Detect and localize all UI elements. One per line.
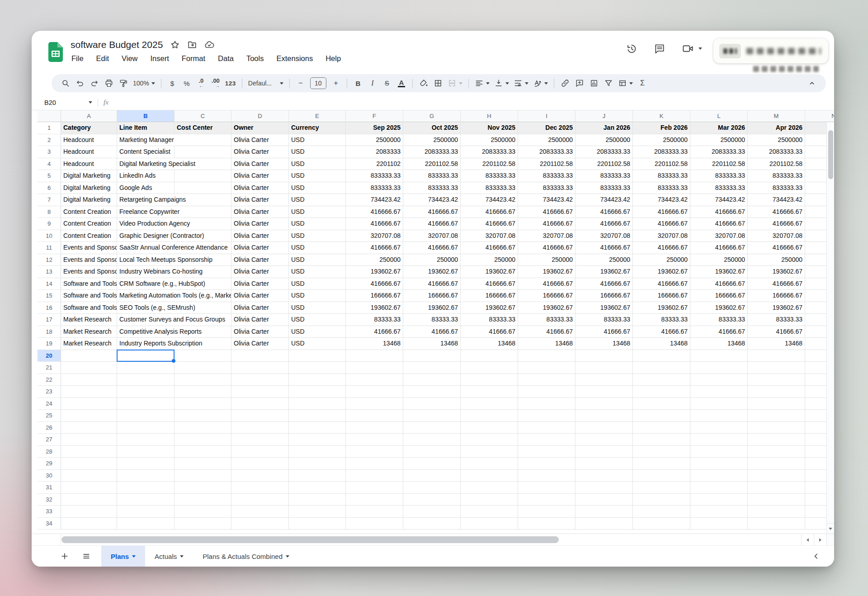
cell-category[interactable]: Events and Sponsorships	[61, 242, 117, 254]
cell-empty[interactable]	[231, 350, 289, 362]
cell-empty[interactable]	[748, 350, 805, 362]
cell-category[interactable]: Content Creation	[61, 230, 117, 242]
row-header-25[interactable]: 25	[38, 410, 61, 422]
cell-amount[interactable]: 416666.67	[518, 242, 576, 254]
cell-empty[interactable]	[289, 518, 346, 530]
cell-empty[interactable]	[633, 386, 690, 398]
cell-empty[interactable]	[175, 350, 231, 362]
column-header-E[interactable]: E	[289, 110, 346, 122]
cell-amount[interactable]: 734423.42	[518, 194, 576, 206]
cell-amount[interactable]: 83333.33	[403, 314, 461, 326]
cell-amount[interactable]: 2201102.58	[403, 158, 461, 170]
cell-currency[interactable]: USD	[289, 278, 346, 290]
cell-amount[interactable]: 833333.33	[346, 182, 403, 194]
sheet-tab-plans[interactable]: Plans	[101, 546, 145, 567]
font-size-input[interactable]: 10	[310, 77, 326, 89]
cell-empty[interactable]	[461, 518, 518, 530]
cell-empty[interactable]	[289, 374, 346, 386]
cell-empty[interactable]	[633, 506, 690, 518]
font-family-select[interactable]: Defaul...	[246, 76, 285, 90]
cell-amount[interactable]: 250000	[748, 254, 805, 266]
cell-empty[interactable]	[748, 446, 805, 458]
cell-empty[interactable]	[61, 506, 117, 518]
cell-empty[interactable]	[117, 482, 175, 494]
cell-empty[interactable]	[633, 458, 690, 470]
cell-empty[interactable]	[231, 506, 289, 518]
cell-empty[interactable]	[518, 350, 576, 362]
cell-empty[interactable]	[175, 398, 231, 410]
collapse-tabbar-icon[interactable]	[811, 546, 834, 567]
row-header-10[interactable]: 10	[38, 230, 61, 242]
cell-amount[interactable]: 2500000	[633, 134, 690, 147]
cell-amount[interactable]: 416666.67	[346, 218, 403, 230]
cell-E1-currency[interactable]: Currency	[289, 122, 346, 134]
sheets-logo-icon[interactable]	[48, 42, 63, 62]
table-views-icon[interactable]	[616, 76, 635, 90]
create-filter-icon[interactable]	[602, 76, 615, 90]
cell-empty[interactable]	[576, 422, 633, 434]
cell-empty[interactable]	[61, 518, 117, 530]
cell-empty[interactable]	[403, 518, 461, 530]
functions-icon[interactable]: Σ	[636, 76, 649, 90]
cell-amount[interactable]: 250000	[518, 254, 576, 266]
row-header-20[interactable]: 20	[38, 350, 61, 362]
cell-amount[interactable]: 193602.67	[576, 266, 633, 278]
cell-amount[interactable]: 416666.67	[748, 218, 805, 230]
cell-empty[interactable]	[748, 398, 805, 410]
cell-empty[interactable]	[690, 362, 748, 374]
cell-empty[interactable]	[117, 362, 175, 374]
cell-empty[interactable]	[231, 422, 289, 434]
cell-empty[interactable]	[175, 506, 231, 518]
document-title[interactable]: software Budget 2025	[71, 39, 163, 50]
vertical-align-icon[interactable]	[492, 76, 511, 90]
cell-month-header[interactable]: Nov 2025	[461, 122, 518, 134]
cell-empty[interactable]	[461, 470, 518, 482]
cell-currency[interactable]: USD	[289, 230, 346, 242]
cell-empty[interactable]	[346, 410, 403, 422]
scroll-down-button[interactable]	[827, 523, 834, 534]
merge-cells-icon[interactable]	[446, 76, 464, 90]
cell-amount[interactable]: 416666.67	[576, 206, 633, 218]
cell-amount[interactable]: 416666.67	[461, 218, 518, 230]
column-header-A[interactable]: A	[61, 110, 117, 122]
text-wrap-icon[interactable]	[512, 76, 530, 90]
cell-amount[interactable]: 416666.67	[748, 206, 805, 218]
cell-amount[interactable]: 416666.67	[461, 242, 518, 254]
cell-empty[interactable]	[175, 410, 231, 422]
cell-empty[interactable]	[346, 350, 403, 362]
cell-empty[interactable]	[403, 398, 461, 410]
column-header-G[interactable]: G	[403, 110, 461, 122]
cell-empty[interactable]	[518, 482, 576, 494]
row-header-29[interactable]: 29	[38, 458, 61, 470]
cell-empty[interactable]	[346, 518, 403, 530]
cell-empty[interactable]	[576, 350, 633, 362]
cell-owner[interactable]: Olivia Carter	[231, 254, 289, 266]
cell-owner[interactable]: Olivia Carter	[231, 326, 289, 338]
cell-amount[interactable]: 416666.67	[576, 278, 633, 290]
cell-empty[interactable]	[518, 362, 576, 374]
cell-amount[interactable]: 416666.67	[518, 278, 576, 290]
cell-empty[interactable]	[690, 470, 748, 482]
cell-empty[interactable]	[518, 422, 576, 434]
cell-amount[interactable]: 833333.33	[576, 182, 633, 194]
row-header-6[interactable]: 6	[38, 182, 61, 194]
row-header-26[interactable]: 26	[38, 422, 61, 434]
cell-line-item[interactable]: SEO Tools (e.g., SEMrush)	[117, 302, 231, 314]
cell-month-header[interactable]: Apr 2026	[748, 122, 805, 134]
row-header-13[interactable]: 13	[38, 266, 61, 278]
cell-amount[interactable]: 193602.67	[403, 302, 461, 314]
cell-amount[interactable]: 193602.67	[346, 266, 403, 278]
cell-empty[interactable]	[346, 506, 403, 518]
cell-amount[interactable]: 416666.67	[633, 278, 690, 290]
cell-currency[interactable]: USD	[289, 302, 346, 314]
cell-currency[interactable]: USD	[289, 254, 346, 266]
cell-amount[interactable]: 83333.33	[346, 314, 403, 326]
cell-empty[interactable]	[633, 446, 690, 458]
cell-empty[interactable]	[633, 518, 690, 530]
cell-empty[interactable]	[748, 506, 805, 518]
cell-amount[interactable]: 833333.33	[633, 170, 690, 182]
cell-amount[interactable]: 416666.67	[461, 206, 518, 218]
cell-empty[interactable]	[61, 482, 117, 494]
cell-amount[interactable]: 320707.08	[690, 230, 748, 242]
cell-empty[interactable]	[175, 458, 231, 470]
